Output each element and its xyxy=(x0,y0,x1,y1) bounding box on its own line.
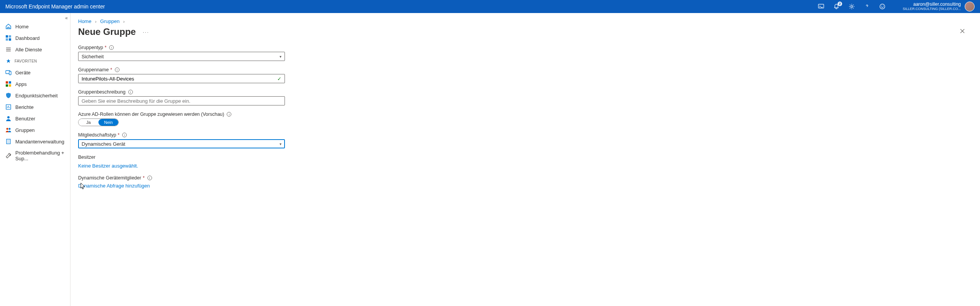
sidebar-item-security[interactable]: Endpunktsicherheit xyxy=(0,90,70,101)
bell-badge: 2 xyxy=(838,2,842,6)
svg-rect-8 xyxy=(9,38,11,41)
svg-rect-10 xyxy=(9,71,11,75)
nav-label: Geräte xyxy=(15,70,31,76)
check-icon: ✓ xyxy=(277,76,281,82)
groupname-label: Gruppenname xyxy=(78,67,109,72)
nav-label: Berichte xyxy=(15,104,34,110)
nav-label: Apps xyxy=(15,81,27,87)
groupdesc-label: Gruppenbeschreibung xyxy=(78,89,126,95)
sidebar-item-reports[interactable]: Berichte xyxy=(0,101,70,113)
gear-icon[interactable] xyxy=(848,3,855,10)
toggle-yes[interactable]: Ja xyxy=(79,119,98,126)
nav-label: Gruppen xyxy=(15,127,35,133)
membership-label: Mitgliedschaftstyp xyxy=(78,132,116,138)
groupname-input[interactable] xyxy=(82,76,277,82)
console-icon[interactable] xyxy=(818,3,825,10)
sidebar-item-tenant[interactable]: Mandantenverwaltung xyxy=(0,136,70,147)
aadroles-label: Azure AD-Rollen können der Gruppe zugewi… xyxy=(78,112,224,117)
sidebar-item-devices[interactable]: Geräte xyxy=(0,67,70,78)
info-icon[interactable]: i xyxy=(115,67,119,72)
info-icon[interactable]: i xyxy=(109,45,114,50)
breadcrumb-home[interactable]: Home xyxy=(78,18,92,24)
sidebar-item-home[interactable]: Home xyxy=(0,21,70,32)
sidebar-item-apps[interactable]: Apps xyxy=(0,78,70,90)
toggle-no[interactable]: Nein xyxy=(98,119,118,126)
help-icon[interactable] xyxy=(864,3,870,10)
info-icon[interactable]: i xyxy=(227,112,231,117)
sidebar: « Home Dashboard Alle Dienste FAVORITEN … xyxy=(0,13,70,306)
breadcrumb-groups[interactable]: Gruppen xyxy=(100,18,120,24)
user-account[interactable]: aaron@siller.consulting SILLER.CONSULTIN… xyxy=(903,2,975,12)
owners-link[interactable]: Keine Besitzer ausgewählt. xyxy=(78,162,138,169)
chevron-right-icon: › xyxy=(95,19,97,24)
membership-value: Dynamisches Gerät xyxy=(82,141,125,147)
grouptype-label: Gruppentyp xyxy=(78,45,103,50)
breadcrumb: Home › Gruppen › xyxy=(70,13,980,26)
user-org: SILLER.CONSULTING (SILLER.CO... xyxy=(903,7,961,11)
topbar: Microsoft Endpoint Manager admin center … xyxy=(0,0,980,13)
chevron-down-icon: ▾ xyxy=(280,142,281,146)
wrench-icon xyxy=(5,153,11,159)
user-email: aaron@siller.consulting xyxy=(903,2,961,7)
close-panel-button[interactable] xyxy=(959,28,965,36)
grouptype-value: Sicherheit xyxy=(82,54,104,59)
svg-rect-14 xyxy=(9,84,11,87)
nav-label: Dashboard xyxy=(15,35,40,41)
groupname-input-wrapper: ✓ xyxy=(78,74,285,83)
dynmembers-label: Dynamische Gerätemitglieder xyxy=(78,175,141,181)
grouptype-select[interactable]: Sicherheit ▾ xyxy=(78,52,285,61)
svg-point-18 xyxy=(9,128,11,130)
feedback-icon[interactable] xyxy=(879,3,886,10)
svg-point-1 xyxy=(851,6,853,8)
sidebar-item-users[interactable]: Benutzer xyxy=(0,113,70,124)
nav-label: Endpunktsicherheit xyxy=(15,93,58,99)
collapse-sidebar-icon[interactable]: « xyxy=(65,15,68,21)
svg-point-3 xyxy=(881,6,882,7)
nav-label: Problembehandlung + Sup... xyxy=(15,150,65,161)
dynmembers-link[interactable]: Dynamische Abfrage hinzufügen xyxy=(78,182,150,189)
svg-rect-12 xyxy=(9,81,11,84)
required-marker: * xyxy=(143,175,145,181)
svg-rect-5 xyxy=(6,35,8,38)
info-icon[interactable]: i xyxy=(147,176,152,180)
sidebar-item-troubleshoot[interactable]: Problembehandlung + Sup... xyxy=(0,147,70,164)
report-icon xyxy=(5,104,11,110)
nav-label: Mandantenverwaltung xyxy=(15,139,64,145)
groupdesc-input[interactable] xyxy=(82,98,281,104)
group-icon xyxy=(5,127,11,133)
sidebar-favorites-header: FAVORITEN xyxy=(0,55,70,67)
svg-rect-11 xyxy=(6,81,8,84)
chevron-right-icon: › xyxy=(123,19,125,24)
svg-point-17 xyxy=(7,128,8,130)
device-icon xyxy=(5,69,11,76)
avatar xyxy=(965,2,975,12)
nav-label: Benutzer xyxy=(15,116,35,122)
info-icon[interactable]: i xyxy=(128,90,133,94)
info-icon[interactable]: i xyxy=(122,133,127,137)
svg-point-4 xyxy=(883,6,883,7)
page-title: Neue Gruppe xyxy=(78,26,136,37)
owners-label: Besitzer xyxy=(78,155,354,160)
apps-icon xyxy=(5,81,11,87)
sidebar-item-groups[interactable]: Gruppen xyxy=(0,124,70,136)
required-marker: * xyxy=(105,45,106,50)
svg-point-16 xyxy=(7,116,10,118)
sidebar-item-services[interactable]: Alle Dienste xyxy=(0,44,70,55)
sidebar-item-dashboard[interactable]: Dashboard xyxy=(0,32,70,44)
svg-rect-7 xyxy=(6,38,8,41)
nav-label: Alle Dienste xyxy=(15,47,42,53)
tenant-icon xyxy=(5,138,11,145)
app-title: Microsoft Endpoint Manager admin center xyxy=(5,3,105,10)
required-marker: * xyxy=(110,67,112,72)
nav-label: Home xyxy=(15,24,29,30)
svg-rect-19 xyxy=(7,139,10,144)
shield-icon xyxy=(5,92,11,99)
svg-rect-6 xyxy=(9,35,11,38)
new-group-form: Gruppentyp * i Sicherheit ▾ Gruppenname … xyxy=(70,45,362,195)
membership-select[interactable]: Dynamisches Gerät ▾ xyxy=(78,139,285,148)
aadroles-toggle[interactable]: Ja Nein xyxy=(78,118,119,126)
bell-icon[interactable]: 2 xyxy=(833,3,840,10)
nav-section-label: FAVORITEN xyxy=(15,59,37,63)
more-actions-icon[interactable]: ··· xyxy=(143,29,149,35)
user-icon xyxy=(5,115,11,122)
